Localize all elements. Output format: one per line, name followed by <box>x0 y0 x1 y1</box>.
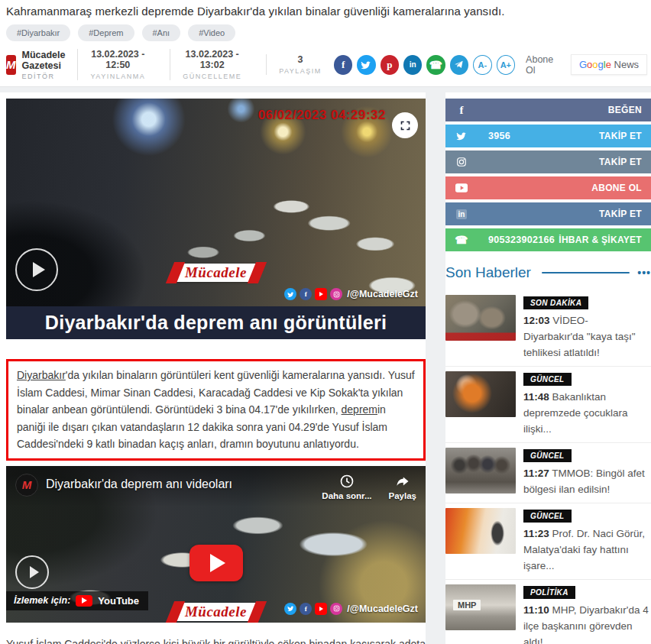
whatsapp-icon <box>455 234 468 246</box>
tag-diyarbakir[interactable]: #Diyarbakır <box>6 24 70 41</box>
facebook-icon: f <box>300 603 312 615</box>
twitter-icon <box>455 131 468 141</box>
youtube-icon <box>315 288 327 300</box>
pinterest-share-icon[interactable]: p <box>381 55 399 75</box>
article-column: 06/02/2023 04:29:32 f /@Muca <box>6 92 426 644</box>
section-title: Son Haberler <box>445 264 531 281</box>
page-header: Kahramanmaraş merkezli depremde Diyarbak… <box>0 0 651 86</box>
news-thumbnail[interactable] <box>445 448 516 494</box>
category-badge: GÜNCEL <box>523 510 572 523</box>
category-badge: GÜNCEL <box>523 373 572 386</box>
updated-label: GÜNCELLEME <box>183 73 241 80</box>
sidebar: BEĞEN 3956 TAKİP ET TAKİP ET ABONE OL <box>445 92 651 644</box>
news-time: 11:48 <box>523 391 549 403</box>
telegram-share-icon[interactable] <box>450 55 468 75</box>
font-increase-button[interactable]: A+ <box>497 55 516 75</box>
share-count-label: PAYLAŞIM <box>279 67 322 75</box>
diyarbakir-link[interactable]: Diyarbakır <box>17 369 66 381</box>
instagram-follow-button[interactable]: TAKİP ET <box>445 150 651 173</box>
thumbnail-label: MHP <box>453 600 481 610</box>
youtube-play-button[interactable] <box>189 545 243 581</box>
header-divider <box>0 86 651 92</box>
latest-news-list: SON DAKİKA 12:03 VİDEO- Diyarbakır'da "k… <box>445 290 651 644</box>
tag-list: #Diyarbakır #Deprem #Anı #Video <box>6 24 643 41</box>
updated-date: 13.02.2023 - 13:02 <box>183 49 241 70</box>
cctv-timestamp: 06/02/2023 04:29:32 <box>258 108 386 123</box>
youtube-icon <box>315 603 327 615</box>
news-time: 12:03 <box>523 315 550 326</box>
brand-logo: Mücadele <box>176 264 256 282</box>
watch-later-button[interactable]: Daha sonr... <box>322 474 371 500</box>
article-lead-paragraph: Diyarbakır'da yıkılan binaların görüntül… <box>6 359 426 461</box>
tag-ani[interactable]: #Anı <box>142 24 181 41</box>
channel-avatar[interactable]: M <box>15 474 38 497</box>
play-icon <box>33 262 45 277</box>
whatsapp-share-icon[interactable]: ☎ <box>426 55 445 75</box>
news-item[interactable]: GÜNCEL 11:48 Bakanlıktan depremzede çocu… <box>445 366 651 442</box>
news-item[interactable]: GÜNCEL 11:23 Prof. Dr. Naci Görür, Malat… <box>445 503 651 579</box>
publisher-role: EDİTÖR <box>22 73 66 80</box>
news-time: 11:10 <box>523 604 549 616</box>
published-label: YAYINLANMA <box>90 73 145 80</box>
news-time: 11:27 <box>523 468 549 479</box>
tag-video[interactable]: #Video <box>188 24 235 41</box>
youtube-video-title[interactable]: Diyarbakır'da deprem anı videoları <box>46 477 232 491</box>
play-button[interactable] <box>15 248 58 291</box>
news-item[interactable]: MHP POLİTİKA 11:10 MHP, Diyarbakır'da 4 … <box>445 579 651 644</box>
tag-deprem[interactable]: #Deprem <box>78 24 134 41</box>
instagram-icon <box>330 288 342 300</box>
publisher-logo[interactable]: M <box>6 55 16 75</box>
news-thumbnail[interactable] <box>445 295 516 341</box>
brand-logo: Mücadele <box>176 603 256 621</box>
fullscreen-button[interactable] <box>392 112 418 138</box>
deprem-link[interactable]: deprem <box>342 403 377 416</box>
cctv-video-frame[interactable]: 06/02/2023 04:29:32 f /@Muca <box>6 99 426 306</box>
facebook-icon <box>455 104 468 117</box>
subscribe-label: Abone Ol <box>526 54 563 76</box>
facebook-follow-button[interactable]: BEĞEN <box>445 99 651 121</box>
youtube-subscribe-button[interactable]: ABONE OL <box>445 176 651 199</box>
category-badge: GÜNCEL <box>523 449 572 462</box>
share-bar: f p in ☎ A- A+ Abone Ol Google News <box>334 54 647 76</box>
watermark-handle: /@MucadeleGzt <box>347 289 418 299</box>
main-video-player[interactable]: 06/02/2023 04:29:32 f /@Muca <box>6 99 426 339</box>
share-arrow-icon <box>395 474 410 489</box>
news-thumbnail[interactable] <box>445 371 516 417</box>
fullscreen-icon <box>400 120 411 131</box>
share-count: 3 <box>279 54 322 65</box>
news-time: 11:23 <box>523 528 549 539</box>
facebook-share-icon[interactable]: f <box>334 55 352 75</box>
whatsapp-report-button[interactable]: 905323902166 İHBAR & ŞİKAYET <box>445 228 651 251</box>
video-title-bar: Diyarbakır'da deprem anı görüntüleri <box>6 306 426 339</box>
twitter-share-icon[interactable] <box>357 55 375 75</box>
twitter-follow-button[interactable]: 3956 TAKİP ET <box>445 125 651 147</box>
play-icon <box>30 566 39 578</box>
category-badge: SON DAKİKA <box>523 296 588 309</box>
latest-news-header: Son Haberler ••• <box>445 264 651 281</box>
linkedin-share-icon[interactable]: in <box>403 55 422 75</box>
google-news-button[interactable]: Google News <box>571 54 647 75</box>
play-button[interactable] <box>15 555 49 589</box>
watch-on-youtube-button[interactable]: İzlemek için: YouTube <box>6 591 148 610</box>
published-date: 13.02.2023 - 12:50 <box>90 49 145 70</box>
share-button[interactable]: Paylaş <box>389 474 416 500</box>
instagram-icon <box>330 603 342 615</box>
news-item[interactable]: SON DAKİKA 12:03 VİDEO- Diyarbakır'da "k… <box>445 290 651 366</box>
video-title: Diyarbakır'da deprem anı görüntüleri <box>45 312 387 334</box>
publisher-name[interactable]: Mücadele Gazetesi <box>22 50 66 71</box>
section-divider <box>542 272 630 273</box>
news-item[interactable]: GÜNCEL 11:27 TMMOB: Bingöl afet bölgesi … <box>445 442 651 503</box>
article-paragraph: Yusuf İslam Caddesi'de yüzlerce kişi büy… <box>6 636 426 644</box>
linkedin-follow-button[interactable]: TAKİP ET <box>445 202 651 225</box>
publisher-meta-row: M Mücadele Gazetesi EDİTÖR 13.02.2023 - … <box>6 49 643 86</box>
clock-icon <box>339 474 355 489</box>
font-decrease-button[interactable]: A- <box>473 55 492 75</box>
twitter-icon <box>284 288 296 300</box>
video-watermark-social: f /@MucadeleGzt <box>284 288 418 300</box>
instagram-icon <box>455 157 468 167</box>
more-options-button[interactable]: ••• <box>637 267 651 279</box>
youtube-embed[interactable]: M Diyarbakır'da deprem anı videoları Dah… <box>6 466 426 623</box>
news-thumbnail[interactable] <box>445 508 516 554</box>
news-thumbnail[interactable]: MHP <box>445 584 516 630</box>
play-icon <box>210 554 225 572</box>
